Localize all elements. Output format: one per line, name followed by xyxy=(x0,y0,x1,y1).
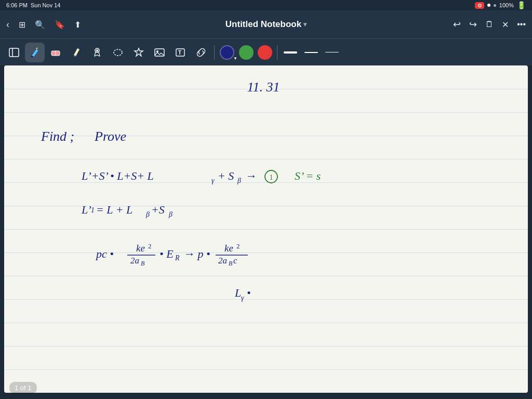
svg-line-3 xyxy=(36,48,37,49)
notebook-title[interactable]: Untitled Notebook xyxy=(225,19,301,30)
pencil-tool-button[interactable] xyxy=(66,43,86,62)
svg-text:2: 2 xyxy=(148,242,152,250)
svg-text:•: • xyxy=(247,286,251,299)
green-swatch[interactable] xyxy=(239,45,254,60)
svg-text:S’ = s: S’ = s xyxy=(295,169,321,182)
status-right: ⊙ 100% 🔋 xyxy=(475,1,526,9)
svg-text:L’+S’ • L+S+ L: L’+S’ • L+S+ L xyxy=(81,169,154,182)
battery-icon: 🔋 xyxy=(517,1,526,9)
eraser-tool-button[interactable] xyxy=(46,43,65,62)
share-icon[interactable]: ⬆ xyxy=(74,20,81,30)
dark-blue-swatch[interactable] xyxy=(220,45,234,60)
redo-button[interactable]: ↪ xyxy=(469,19,477,30)
nav-left: ‹ ⊞ 🔍 🔖 ⬆ xyxy=(6,19,81,30)
svg-text:Prove: Prove xyxy=(94,129,126,144)
line-thick-button[interactable] xyxy=(281,43,300,62)
status-left: 6:06 PM Sun Nov 14 xyxy=(6,2,60,8)
svg-text:ke: ke xyxy=(136,243,145,254)
svg-text:γ: γ xyxy=(241,294,244,302)
line-thin-button[interactable] xyxy=(322,43,342,62)
svg-text:β: β xyxy=(237,177,241,184)
search-icon[interactable]: 🔍 xyxy=(35,20,45,30)
red-swatch[interactable] xyxy=(258,45,272,60)
svg-text:+ S: + S xyxy=(218,169,234,182)
image-tool-button[interactable] xyxy=(150,43,169,62)
record-indicator: ⊙ xyxy=(475,2,484,9)
time-display: 6:06 PM xyxy=(6,2,28,8)
line-medium-button[interactable] xyxy=(301,43,321,62)
page-number-indicator: 1 of 1 xyxy=(9,382,37,394)
svg-text:L’: L’ xyxy=(81,203,91,216)
nav-center: Untitled Notebook ▾ xyxy=(225,19,307,30)
svg-text:B: B xyxy=(141,260,145,267)
pen-tool-button[interactable] xyxy=(25,43,45,62)
battery-label: 100% xyxy=(499,2,514,8)
svg-text:ke: ke xyxy=(224,243,233,254)
svg-text:• E: • E xyxy=(159,247,174,260)
svg-text:11. 31: 11. 31 xyxy=(247,79,280,95)
apps-icon[interactable]: ⊞ xyxy=(19,20,25,30)
back-button[interactable]: ‹ xyxy=(6,19,9,30)
wifi-icon xyxy=(487,4,490,7)
svg-point-7 xyxy=(96,49,98,51)
page-number-text: 1 of 1 xyxy=(15,384,32,392)
svg-text:B: B xyxy=(229,260,233,267)
thin-line-icon xyxy=(325,52,339,52)
svg-rect-0 xyxy=(9,48,19,57)
nav-right: ↩ ↪ 🗒 ✕ ••• xyxy=(453,19,526,30)
undo-button[interactable]: ↩ xyxy=(453,19,461,30)
svg-text:β: β xyxy=(145,210,150,218)
nav-bar: ‹ ⊞ 🔍 🔖 ⬆ Untitled Notebook ▾ ↩ ↪ 🗒 ✕ ••… xyxy=(0,10,532,38)
svg-text:2a: 2a xyxy=(218,256,227,265)
color-picker-dark[interactable] xyxy=(220,45,234,60)
toolbar-separator-2 xyxy=(277,45,277,60)
wifi-icon-2 xyxy=(494,4,496,7)
bookmark-icon[interactable]: 🔖 xyxy=(55,20,65,30)
toolbar-separator-1 xyxy=(214,45,215,60)
link-tool-button[interactable] xyxy=(191,43,211,62)
tools-bar: T xyxy=(0,38,532,65)
svg-rect-10 xyxy=(155,49,164,56)
svg-text:→ p •: → p • xyxy=(183,247,210,260)
status-bar: 6:06 PM Sun Nov 14 ⊙ 100% 🔋 xyxy=(0,0,532,10)
svg-text:= L + L: = L + L xyxy=(96,203,132,216)
star-tool-button[interactable] xyxy=(129,43,149,62)
title-dropdown-icon[interactable]: ▾ xyxy=(303,21,307,28)
svg-text:→: → xyxy=(245,169,257,182)
svg-text:2: 2 xyxy=(236,242,240,250)
medium-line-icon xyxy=(304,52,318,53)
svg-text:1: 1 xyxy=(270,174,273,181)
svg-text:L: L xyxy=(234,286,241,299)
svg-text:Find ;: Find ; xyxy=(41,129,74,144)
thick-line-icon xyxy=(284,51,297,54)
svg-text:+S: +S xyxy=(151,203,165,216)
svg-text:pc •: pc • xyxy=(95,247,114,260)
svg-point-8 xyxy=(114,49,122,56)
date-display: Sun Nov 14 xyxy=(31,2,60,8)
more-options-button[interactable]: ••• xyxy=(517,20,526,29)
svg-text:2a: 2a xyxy=(130,256,139,265)
svg-marker-9 xyxy=(135,48,143,56)
svg-text:R: R xyxy=(175,254,180,262)
text-tool-button[interactable]: T xyxy=(170,43,190,62)
svg-text:c: c xyxy=(233,256,237,265)
svg-text:1: 1 xyxy=(91,206,95,214)
add-page-button[interactable]: 🗒 xyxy=(485,20,494,29)
notebook-page: 11. 31 Find ; Prove L’+S’ • L+S+ L γ + S… xyxy=(4,65,528,393)
handwriting-content: 11. 31 Find ; Prove L’+S’ • L+S+ L γ + S… xyxy=(4,65,528,393)
sidebar-toggle-button[interactable] xyxy=(4,43,24,62)
svg-text:β: β xyxy=(168,210,172,218)
svg-text:T: T xyxy=(178,50,181,56)
svg-text:γ: γ xyxy=(211,177,215,184)
lasso-tool-button[interactable] xyxy=(108,43,128,62)
marker-tool-button[interactable] xyxy=(87,43,107,62)
close-button[interactable]: ✕ xyxy=(502,20,509,30)
